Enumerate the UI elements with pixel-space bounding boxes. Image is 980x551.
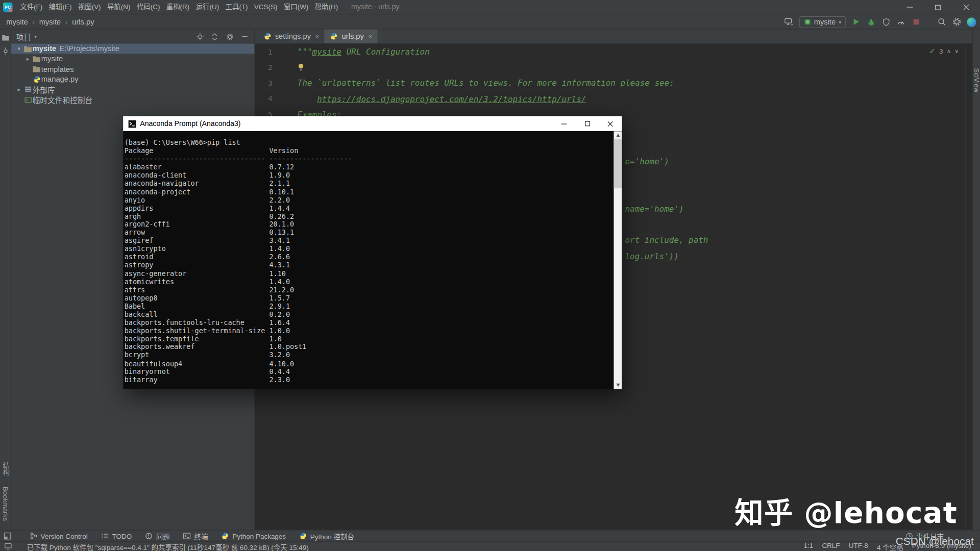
code-line[interactable]: 3The `urlpatterns` list routes URLs to v… — [255, 75, 965, 91]
prev-issue-icon[interactable]: ∧ — [947, 48, 951, 54]
chevron-down-icon: ▾ — [839, 19, 841, 24]
status-message[interactable]: 已下载 Python 软件包 "sqlparse==0.4.1" 的共享索引 (… — [27, 541, 309, 551]
chevron-down-icon[interactable]: ▾ — [34, 34, 37, 39]
anaconda-prompt-window[interactable]: Anaconda Prompt (Anaconda3) (base) C:\Us… — [123, 116, 622, 389]
maximize-button[interactable] — [924, 0, 952, 14]
chevron-right-icon[interactable]: ▸ — [15, 86, 23, 92]
window-title: mysite - urls.py — [351, 3, 400, 11]
commit-tool-icon[interactable] — [1, 47, 10, 55]
project-panel-title[interactable]: 项目 — [16, 31, 31, 42]
status-item[interactable]: CRLF — [822, 541, 840, 551]
menu-item[interactable]: 文件(F) — [17, 0, 45, 14]
terminal-minimize-button[interactable] — [552, 116, 575, 131]
menu-item[interactable]: 代码(C) — [134, 0, 163, 14]
tree-item[interactable]: 临时文件和控制台 — [11, 94, 254, 105]
tab-label: urls.py — [342, 32, 364, 40]
intention-bulb-icon[interactable] — [298, 63, 304, 71]
tool-stripe-label[interactable]: Bookmarks — [2, 487, 10, 521]
menu-item[interactable]: 工具(T) — [222, 0, 251, 14]
menu-item[interactable]: 导航(N) — [104, 0, 134, 14]
breadcrumb-item[interactable]: mysite — [39, 17, 61, 26]
panel-settings-gear-icon[interactable] — [225, 33, 234, 40]
tree-item[interactable]: manage.py — [11, 74, 254, 85]
editor-scrollbar[interactable] — [965, 44, 973, 530]
stop-button[interactable] — [911, 19, 920, 25]
chevron-down-icon[interactable]: ▾ — [15, 46, 23, 52]
run-button[interactable] — [851, 18, 861, 26]
editor-tab[interactable]: urls.py× — [324, 30, 377, 43]
breadcrumb-item[interactable]: urls.py — [72, 17, 94, 26]
inspections-widget[interactable]: ✓ 3 ∧ ∨ — [929, 47, 959, 56]
tool-window-switcher-icon[interactable] — [4, 532, 11, 540]
close-tab-icon[interactable]: × — [315, 33, 320, 40]
hide-panel-icon[interactable] — [240, 33, 249, 40]
terminal-close-button[interactable] — [599, 116, 622, 131]
tree-item[interactable]: ▾mysite E:\Projects\mysite — [11, 44, 254, 54]
toolwindow-button[interactable]: Python 控制台 — [299, 531, 354, 541]
close-icon — [607, 121, 613, 127]
toolwindow-button[interactable]: 问题 — [144, 531, 170, 541]
display-settings-icon[interactable] — [785, 17, 794, 26]
folder-icon — [32, 66, 41, 72]
tree-item[interactable]: ▸mysite — [11, 54, 254, 64]
menu-item[interactable]: 窗口(W) — [281, 0, 312, 14]
terminal-scrollbar[interactable] — [614, 131, 622, 389]
close-button[interactable] — [952, 0, 980, 14]
tree-item[interactable]: templates — [11, 64, 254, 74]
close-tab-icon[interactable]: × — [368, 33, 372, 40]
run-configuration-select[interactable]: mysite ▾ — [800, 16, 846, 28]
toolwindow-button[interactable]: Version Control — [29, 532, 87, 540]
expand-all-icon[interactable] — [210, 33, 219, 40]
menu-item[interactable]: 帮助(H) — [311, 0, 341, 14]
chevron-right-icon[interactable]: ▸ — [24, 56, 32, 62]
code-line[interactable]: 4 https://docs.djangoproject.com/en/3.2/… — [255, 91, 965, 107]
terminal-output: (base) C:\Users\W66>pip list Package Ver… — [125, 139, 614, 384]
folder-icon — [23, 45, 32, 52]
toolwindow-button[interactable]: Python Packages — [220, 532, 286, 540]
code-line[interactable]: 1"""mysite URL Configuration — [255, 44, 965, 60]
menu-item[interactable]: VCS(S) — [251, 0, 281, 14]
locate-file-icon[interactable] — [195, 33, 204, 40]
scroll-down-icon[interactable] — [614, 381, 622, 389]
window-controls — [896, 0, 980, 14]
search-everywhere-icon[interactable] — [937, 17, 946, 26]
pycharm-window: PC 文件(F)编辑(E)视图(V)导航(N)代码(C)重构(R)运行(U)工具… — [0, 0, 980, 551]
editor-tab[interactable]: settings.py× — [257, 30, 324, 43]
settings-gear-icon[interactable] — [952, 17, 961, 26]
tree-item[interactable]: ▸外部库 — [11, 85, 254, 95]
toolwindow-button[interactable]: TODO — [100, 532, 132, 540]
code-line[interactable]: 2 — [255, 60, 965, 76]
breadcrumb: mysite›mysite›urls.py — [6, 14, 94, 29]
next-issue-icon[interactable]: ∨ — [954, 48, 959, 54]
terminal-maximize-button[interactable] — [576, 116, 599, 131]
project-tool-icon[interactable] — [1, 34, 10, 41]
scroll-up-icon[interactable] — [614, 131, 622, 139]
code-lines: 1"""mysite URL Configuration23The `urlpa… — [255, 44, 965, 122]
terminal-title-bar[interactable]: Anaconda Prompt (Anaconda3) — [123, 116, 622, 131]
menu-bar: 文件(F)编辑(E)视图(V)导航(N)代码(C)重构(R)运行(U)工具(T)… — [17, 0, 341, 14]
tool-stripe-label[interactable]: 结构 — [1, 462, 11, 475]
left-tool-stripe: 结构Bookmarks — [0, 30, 11, 530]
line-number: 1 — [255, 47, 273, 56]
breadcrumb-item[interactable]: mysite — [6, 17, 28, 26]
line-number: 3 — [255, 79, 273, 87]
python-icon — [299, 532, 308, 540]
coverage-button[interactable] — [881, 18, 891, 26]
scrollbar-thumb[interactable] — [614, 139, 622, 188]
toolwindow-button[interactable]: 终端 — [182, 531, 208, 541]
terminal-body[interactable]: (base) C:\Users\W66>pip list Package Ver… — [123, 131, 622, 389]
status-item[interactable]: 1:1 — [804, 541, 814, 551]
right-tool-stripe: SciView — [972, 30, 980, 530]
debug-button[interactable] — [866, 18, 875, 26]
menu-item[interactable]: 视图(V) — [75, 0, 104, 14]
menu-item[interactable]: 重构(R) — [163, 0, 193, 14]
vcs-icon — [29, 532, 38, 540]
code-text: """mysite URL Configuration — [298, 47, 430, 56]
menu-item[interactable]: 运行(U) — [192, 0, 222, 14]
profiler-button[interactable] — [896, 18, 905, 26]
code-with-me-avatar[interactable] — [967, 17, 976, 27]
status-item[interactable]: UTF-8 — [849, 541, 868, 551]
menu-item[interactable]: 编辑(E) — [45, 0, 75, 14]
sciview-tool-button[interactable]: SciView — [973, 68, 980, 92]
minimize-button[interactable] — [896, 0, 924, 14]
